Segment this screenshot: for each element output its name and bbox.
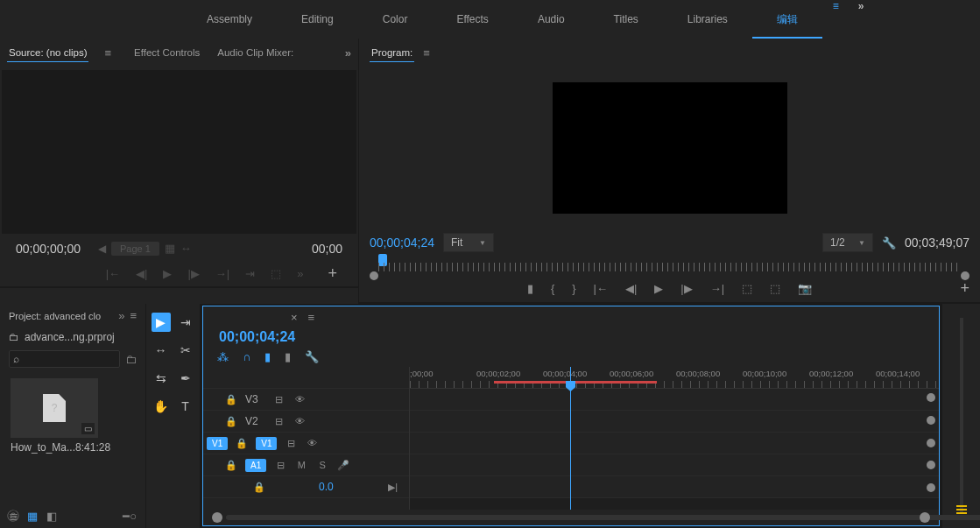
lock-icon[interactable]: 🔒 bbox=[224, 416, 238, 427]
mark-out-icon: →| bbox=[215, 267, 229, 280]
export-frame-icon[interactable]: 📷 bbox=[798, 282, 812, 295]
wrench-icon[interactable]: 🔧 bbox=[305, 350, 319, 363]
lock-icon[interactable]: 🔒 bbox=[235, 438, 249, 449]
panel-menu-icon[interactable]: ≡ bbox=[423, 46, 430, 60]
selection-tool-icon[interactable]: ▶ bbox=[152, 313, 171, 332]
timeline-tracks-area[interactable]: ;00;00 00;00;02;00 00;00;04;00 00;00;06;… bbox=[410, 367, 939, 510]
ws-tab-titles[interactable]: Titles bbox=[589, 0, 663, 39]
zoom-fit-select[interactable]: Fit▼ bbox=[443, 233, 494, 252]
zoom-slider-icon[interactable]: ━○ bbox=[123, 510, 137, 523]
add-button-icon[interactable]: + bbox=[328, 264, 337, 283]
fit-icon: ↔ bbox=[180, 242, 192, 255]
ws-tab-custom[interactable]: 编辑 bbox=[752, 0, 822, 39]
effect-controls-tab[interactable]: Effect Controls bbox=[132, 44, 201, 61]
hand-tool-icon[interactable]: ✋ bbox=[152, 397, 171, 416]
track-header-v3[interactable]: 🔒 V3 ⊟ 👁 bbox=[203, 389, 409, 411]
panel-menu-icon[interactable]: ≡ bbox=[130, 309, 137, 322]
tabs-more-icon[interactable]: » bbox=[118, 309, 124, 322]
work-area-bar[interactable] bbox=[494, 381, 657, 384]
marker-icon[interactable]: ▮ bbox=[527, 282, 533, 295]
ws-tab-audio[interactable]: Audio bbox=[513, 0, 589, 39]
lift-icon[interactable]: ⬚ bbox=[742, 282, 752, 295]
lock-icon[interactable]: 🔒 bbox=[224, 460, 238, 471]
freeform-view-icon[interactable]: ◧ bbox=[46, 510, 57, 523]
creative-cloud-icon[interactable]: ⓒ bbox=[7, 509, 19, 524]
search-input[interactable]: ⌕ bbox=[9, 350, 120, 368]
project-title[interactable]: Project: advanced clo bbox=[9, 311, 113, 321]
lock-icon[interactable]: 🔒 bbox=[252, 482, 266, 493]
eye-icon[interactable]: 👁 bbox=[293, 394, 307, 405]
eye-icon[interactable]: 👁 bbox=[293, 416, 307, 426]
bin-icon[interactable]: 🗀 bbox=[9, 331, 19, 343]
track-header-v1[interactable]: V1 🔒 V1 ⊟ 👁 bbox=[203, 433, 409, 454]
audio-mixer-tab[interactable]: Audio Clip Mixer: bbox=[215, 44, 295, 61]
in-point-icon[interactable]: { bbox=[551, 282, 554, 295]
out-point-icon[interactable]: } bbox=[572, 282, 575, 295]
settings-icon[interactable]: ▮ bbox=[285, 350, 291, 363]
audio-meter-panel bbox=[941, 304, 980, 528]
icon-view-icon[interactable]: ▦ bbox=[27, 510, 38, 523]
track-select-tool-icon[interactable]: ⇥ bbox=[176, 313, 195, 332]
vertical-scrollbar[interactable] bbox=[925, 393, 937, 492]
ws-tab-color[interactable]: Color bbox=[358, 0, 433, 39]
track-header-a1[interactable]: 🔒 A1 ⊟ M S 🎤 bbox=[203, 454, 409, 476]
resolution-select[interactable]: 1/2▼ bbox=[822, 233, 873, 252]
type-tool-icon[interactable]: T bbox=[176, 397, 195, 416]
source-timecode[interactable]: 00;00;00;00 bbox=[16, 242, 81, 256]
project-file[interactable]: advance...ng.prproj bbox=[25, 331, 115, 343]
new-bin-icon[interactable]: 🗀 bbox=[125, 353, 137, 366]
mute-label[interactable]: M bbox=[294, 460, 308, 470]
panel-menu-icon[interactable]: ≡ bbox=[308, 311, 315, 324]
program-tab[interactable]: Program: bbox=[370, 44, 414, 62]
program-timecode[interactable]: 00;00;04;24 bbox=[370, 236, 434, 250]
step-fwd-icon: |▶ bbox=[187, 267, 199, 280]
source-tab[interactable]: Source: (no clips) bbox=[7, 44, 88, 62]
clip-thumbnail[interactable]: ? ▭ bbox=[11, 378, 98, 438]
pen-tool-icon[interactable]: ✒ bbox=[176, 369, 195, 388]
solo-label[interactable]: S bbox=[315, 460, 329, 470]
tabs-more-icon[interactable]: » bbox=[345, 46, 351, 60]
settings-icon[interactable]: 🔧 bbox=[882, 236, 896, 250]
ws-tab-assembly[interactable]: Assembly bbox=[182, 0, 277, 39]
sync-lock-icon[interactable]: ⊟ bbox=[271, 416, 286, 427]
close-sequence-icon[interactable]: × bbox=[291, 311, 298, 324]
program-ruler[interactable] bbox=[370, 256, 969, 275]
extract-icon[interactable]: ⬚ bbox=[770, 282, 780, 295]
track-target-a1[interactable]: A1 bbox=[245, 459, 266, 472]
ws-tab-effects[interactable]: Effects bbox=[432, 0, 512, 39]
timeline-ruler[interactable]: ;00;00 00;00;02;00 00;00;04;00 00;00;06;… bbox=[410, 367, 939, 389]
timeline-playhead[interactable] bbox=[570, 367, 571, 510]
ws-tab-editing[interactable]: Editing bbox=[277, 0, 358, 39]
overwrite-icon: ⬚ bbox=[271, 267, 281, 280]
add-button-icon[interactable]: + bbox=[960, 279, 969, 298]
go-out-icon[interactable]: →| bbox=[710, 282, 724, 295]
snap-icon[interactable]: ⁂ bbox=[217, 350, 229, 363]
play-icon[interactable]: ▶ bbox=[654, 282, 663, 295]
lock-icon[interactable]: 🔒 bbox=[224, 394, 238, 405]
ws-tab-libraries[interactable]: Libraries bbox=[663, 0, 752, 39]
mix-value[interactable]: 0.0 bbox=[319, 481, 334, 493]
source-panel: Source: (no clips) ≡ Effect Controls Aud… bbox=[0, 39, 358, 288]
mic-icon[interactable]: 🎤 bbox=[336, 460, 350, 471]
go-end-icon[interactable]: ▶| bbox=[386, 482, 400, 493]
razor-tool-icon[interactable]: ✂ bbox=[176, 341, 195, 360]
step-fwd-icon[interactable]: |▶ bbox=[680, 282, 692, 295]
sync-lock-icon[interactable]: ⊟ bbox=[271, 394, 286, 405]
timeline-zoom-scrollbar[interactable] bbox=[203, 510, 939, 525]
step-back-icon[interactable]: ◀| bbox=[625, 282, 637, 295]
marker-icon[interactable]: ▮ bbox=[264, 350, 271, 363]
go-in-icon[interactable]: |← bbox=[594, 282, 608, 295]
ws-overflow-icon[interactable]: » bbox=[858, 0, 864, 39]
linked-selection-icon[interactable]: ∩ bbox=[243, 350, 250, 363]
slip-tool-icon[interactable]: ⇆ bbox=[152, 369, 171, 388]
ripple-tool-icon[interactable]: ↔ bbox=[152, 341, 171, 360]
sync-lock-icon[interactable]: ⊟ bbox=[284, 438, 298, 449]
source-patch-v1[interactable]: V1 bbox=[207, 437, 228, 450]
sync-lock-icon[interactable]: ⊟ bbox=[273, 460, 287, 471]
hamburger-icon[interactable]: ≡ bbox=[833, 0, 839, 39]
track-header-v2[interactable]: 🔒 V2 ⊟ 👁 bbox=[203, 411, 409, 433]
panel-menu-icon[interactable]: ≡ bbox=[104, 46, 111, 60]
eye-icon[interactable]: 👁 bbox=[305, 438, 319, 448]
track-target-v1[interactable]: V1 bbox=[256, 437, 277, 450]
timeline-timecode[interactable]: 00;00;04;24 bbox=[219, 329, 295, 344]
